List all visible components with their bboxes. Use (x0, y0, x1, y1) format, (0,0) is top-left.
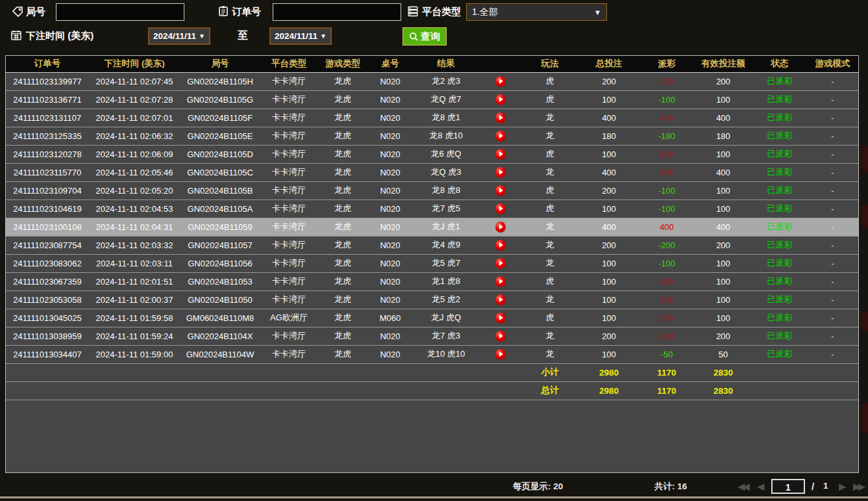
cell-table_no: N020 (368, 90, 412, 109)
bottom-divider (0, 496, 868, 498)
cell-payout: 100 (639, 290, 694, 309)
table-row[interactable]: 2411110231253352024-11-11 02:06:32GN0202… (6, 127, 858, 145)
play-video-button[interactable] (495, 131, 506, 142)
table-row[interactable]: 2411110130389592024-11-11 01:59:24GN0202… (6, 327, 858, 345)
table-row[interactable]: 2411110230530582024-11-11 02:00:37GN0202… (6, 290, 858, 309)
table-row[interactable]: 2411110231399772024-11-11 02:07:45GN0202… (6, 72, 858, 90)
cell-round_no: GN02024B1104W (180, 345, 260, 363)
play-video-button[interactable] (495, 349, 506, 360)
cell-valid_bet: 400 (694, 163, 752, 181)
cell-game_type: 龙虎 (317, 309, 368, 327)
subtotal-row-valid-bet: 2830 (694, 363, 752, 381)
play-video-button[interactable] (495, 331, 506, 342)
total-row-total-bet: 2980 (578, 381, 639, 400)
table-row[interactable]: 2411110231157702024-11-11 02:05:46GN0202… (6, 163, 858, 181)
total-count-text: 共计: 16 (654, 481, 687, 493)
table-row[interactable]: 2411110231046192024-11-11 02:04:53GN0202… (6, 199, 858, 218)
bet-time-label: 下注时间 (美东) (26, 30, 93, 42)
play-video-button[interactable] (495, 112, 506, 123)
cell-wager: 虎 (521, 181, 578, 199)
table-row[interactable]: 2411110230877542024-11-11 02:03:32GN0202… (6, 236, 858, 254)
query-button[interactable]: 查询 (403, 27, 447, 45)
first-page-button[interactable]: ◀◀ (738, 481, 747, 493)
date-from-picker[interactable]: 2024/11/11 ▼ (148, 27, 210, 45)
play-video-button[interactable] (495, 149, 506, 160)
cell-game_mode: - (807, 145, 858, 163)
play-video-button[interactable] (495, 222, 506, 233)
cell-result: 龙8 虎1 (412, 109, 480, 127)
cell-bet_time: 2024-11-11 02:00:37 (89, 290, 180, 309)
cell-total_bet: 100 (578, 290, 639, 309)
cell-result: 龙7 虎5 (412, 199, 480, 218)
table-row[interactable]: 2411110231367712024-11-11 02:07:28GN0202… (6, 90, 858, 109)
total-pages-text: 1 (823, 481, 828, 491)
cell-order_no: 241111013034407 (6, 345, 89, 363)
play-video-button[interactable] (495, 76, 506, 87)
platform-type-label: 平台类型 (422, 6, 461, 18)
chevron-down-icon: ▼ (199, 32, 205, 40)
subtotal-row-total-bet: 2980 (578, 363, 639, 381)
cell-game_mode: - (807, 309, 858, 327)
date-from-value: 2024/11/11 (153, 31, 196, 41)
cell-order_no: 241111013045025 (6, 309, 89, 327)
cell-platform: 卡卡湾厅 (260, 290, 317, 309)
cell-wager: 虎 (521, 199, 578, 218)
table-row[interactable]: 2411110230830622024-11-11 02:03:11GN0202… (6, 254, 858, 272)
cell-order_no: 241111023139977 (6, 72, 89, 90)
cell-round_no: GN02024B11056 (180, 254, 260, 272)
cell-total_bet: 100 (578, 90, 639, 109)
last-page-button[interactable]: ▶▶ (853, 481, 863, 493)
cell-game_type: 龙虎 (317, 72, 368, 90)
page-separator: / (812, 481, 814, 492)
cell-payout: -50 (639, 345, 694, 363)
cell-total_bet: 100 (578, 309, 639, 327)
cell-wager: 虎 (521, 272, 578, 290)
order-number-label: 订单号 (232, 6, 261, 18)
table-row[interactable]: 2411110130344072024-11-11 01:59:00GN0202… (6, 345, 858, 363)
cell-payout: 400 (639, 109, 694, 127)
table-row[interactable]: 2411110231311072024-11-11 02:07:01GN0202… (6, 109, 858, 127)
play-video-button[interactable] (495, 167, 506, 178)
play-video-button[interactable] (495, 313, 506, 324)
cell-total_bet: 100 (578, 345, 639, 363)
cell-status: 已派彩 (752, 236, 807, 254)
clipboard-icon (217, 5, 229, 17)
round-number-input[interactable] (56, 3, 184, 21)
prev-page-button[interactable]: ◀ (757, 481, 762, 493)
table-row[interactable]: 2411110231202782024-11-11 02:06:09GN0202… (6, 145, 858, 163)
cell-round_no: GN02024B1105E (180, 127, 260, 145)
play-video-button[interactable] (495, 258, 506, 269)
play-video-button[interactable] (495, 240, 506, 251)
cell-valid_bet: 180 (694, 127, 752, 145)
cell-bet_time: 2024-11-11 02:04:31 (89, 218, 180, 236)
page-number-input[interactable]: 1 (771, 479, 805, 494)
table-row[interactable]: 2411110231097042024-11-11 02:05:20GN0202… (6, 181, 858, 199)
cell-status: 已派彩 (752, 127, 807, 145)
order-number-input[interactable] (273, 3, 401, 21)
cell-round_no: GN02024B1105B (180, 181, 260, 199)
cell-wager: 龙 (521, 290, 578, 309)
cell-status: 已派彩 (752, 90, 807, 109)
cell-round_no: GN02024B11053 (180, 272, 260, 290)
cell-game_type: 龙虎 (317, 254, 368, 272)
cell-table_no: N020 (368, 327, 412, 345)
next-page-button[interactable]: ▶ (839, 481, 844, 493)
play-video-button[interactable] (495, 185, 506, 196)
table-row[interactable]: 2411110230673592024-11-11 02:01:51GN0202… (6, 272, 858, 290)
cell-bet_time: 2024-11-11 02:04:53 (89, 199, 180, 218)
column-header-table_no: 桌号 (368, 56, 412, 72)
cell-bet_time: 2024-11-11 02:07:28 (89, 90, 180, 109)
play-video-button[interactable] (495, 294, 506, 305)
column-header-result: 结果 (412, 56, 480, 72)
play-video-button[interactable] (495, 203, 506, 214)
table-row[interactable]: 2411110231001082024-11-11 02:04:31GN0202… (6, 218, 858, 236)
platform-type-value: 1.全部 (472, 6, 498, 18)
cell-game_mode: - (807, 327, 858, 345)
play-video-button[interactable] (495, 276, 506, 287)
cell-bet_time: 2024-11-11 02:06:32 (89, 127, 180, 145)
play-video-button[interactable] (495, 94, 506, 105)
cell-platform: 卡卡湾厅 (260, 327, 317, 345)
table-row[interactable]: 2411110130450252024-11-11 01:59:58GM0602… (6, 309, 858, 327)
platform-type-select[interactable]: 1.全部 ▼ (466, 3, 607, 21)
date-to-picker[interactable]: 2024/11/11 ▼ (269, 27, 332, 45)
